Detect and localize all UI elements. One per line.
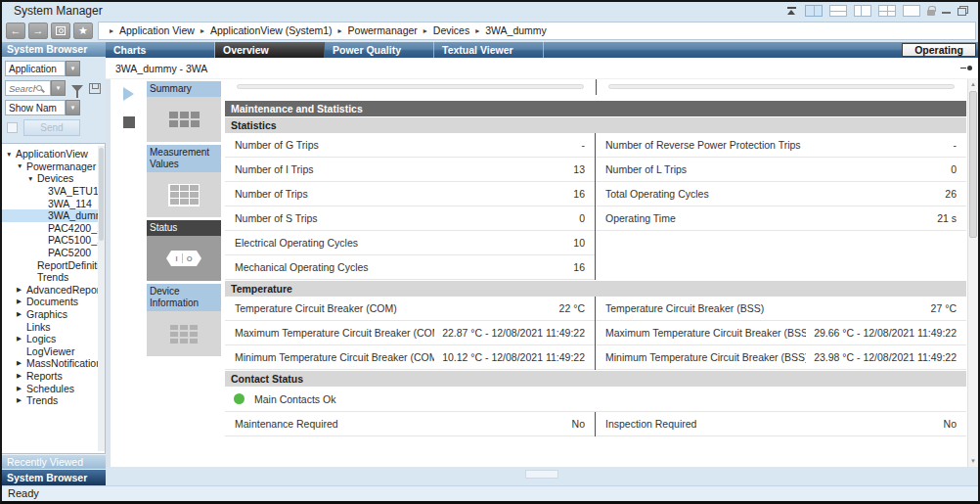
right-column-scrollbar[interactable] xyxy=(597,79,967,95)
tab-charts[interactable]: Charts xyxy=(106,42,215,58)
content-scrollbar[interactable]: ▲ ▼ xyxy=(967,79,978,467)
widget-item-status[interactable]: StatusIO xyxy=(147,220,221,281)
display-mode-selector[interactable]: Show Nam xyxy=(5,100,66,115)
tree-item-trends[interactable]: Trends xyxy=(2,271,98,284)
layout-pane-left-icon[interactable] xyxy=(854,5,871,17)
send-checkbox[interactable] xyxy=(7,122,18,133)
breadcrumb-item-powermanager[interactable]: Powermanager xyxy=(348,24,418,36)
pin-icon[interactable] xyxy=(958,65,972,72)
tree-item-label: Powermanager xyxy=(26,160,96,172)
tab-textual-viewer[interactable]: Textual Viewer xyxy=(434,42,544,58)
tab-power-quality[interactable]: Power Quality xyxy=(325,42,434,58)
layout-single-icon[interactable] xyxy=(903,5,920,17)
filter-icon[interactable] xyxy=(71,85,83,92)
tree-item-reports[interactable]: ▶Reports xyxy=(2,370,98,383)
tree-expander-icon[interactable]: ▶ xyxy=(17,335,26,343)
tree-scrollbar-thumb[interactable] xyxy=(99,148,104,241)
tree-item-pac4200-1[interactable]: PAC4200_1 xyxy=(2,222,98,235)
tree-item-massnotification[interactable]: ▶MassNotification xyxy=(2,357,98,370)
tree-scrollbar[interactable] xyxy=(98,146,105,451)
breadcrumb-item-devices[interactable]: Devices xyxy=(433,24,469,36)
history-button[interactable] xyxy=(51,23,70,39)
restore-icon[interactable] xyxy=(958,6,968,16)
tree-expander-icon[interactable]: ▶ xyxy=(17,372,26,380)
breadcrumb-item-3wa-dummy[interactable]: 3WA_dummy xyxy=(485,24,547,36)
favorites-button[interactable]: ★ xyxy=(73,23,93,39)
sidebar-footer-recently-viewed[interactable]: Recently Viewed xyxy=(2,454,106,469)
tree-item-pac5200[interactable]: PAC5200 xyxy=(2,247,98,259)
star-icon: ★ xyxy=(78,25,88,36)
view-selector-arrow-icon[interactable]: ▼ xyxy=(66,61,80,76)
content-scrollbar-thumb[interactable] xyxy=(969,91,977,238)
tree-item-advancedreporting[interactable]: ▶AdvancedReporting xyxy=(2,284,98,297)
widget-item-device-information[interactable]: Device Information xyxy=(147,284,221,356)
data-row: Minimum Temperature Circuit Breaker (BSS… xyxy=(596,345,966,370)
tree-item-devices[interactable]: ▼Devices xyxy=(2,172,98,185)
tree-expander-icon[interactable]: ▼ xyxy=(6,151,16,158)
sidebar-footer-system-browser[interactable]: System Browser xyxy=(2,469,106,485)
tree-item-trends[interactable]: ▶Trends xyxy=(2,394,98,407)
left-scrollbar-thumb[interactable] xyxy=(237,84,584,89)
tree-item-3va-etu1[interactable]: 3VA_ETU1 xyxy=(2,185,98,198)
display-mode-arrow-icon[interactable]: ▼ xyxy=(66,100,80,115)
tree-item-label: Schedules xyxy=(26,383,74,394)
row-label: Number of G Trips xyxy=(235,139,319,151)
operating-mode-button[interactable]: Operating xyxy=(902,43,976,57)
tree-item-schedules[interactable]: ▶Schedules xyxy=(2,382,98,394)
group-right-column: Inspection RequiredNo xyxy=(596,412,966,436)
breadcrumb-item-application-view[interactable]: Application View xyxy=(119,24,195,36)
tree-expander-icon[interactable]: ▶ xyxy=(17,286,26,294)
tab-overview[interactable]: Overview xyxy=(215,42,325,58)
right-scrollbar-thumb[interactable] xyxy=(608,84,956,89)
tree-item-powermanager[interactable]: ▼Powermanager xyxy=(2,160,98,173)
tree-expander-icon[interactable]: ▼ xyxy=(27,175,37,182)
tree-item-3wa-114[interactable]: 3WA_114 xyxy=(2,197,98,209)
lock-icon[interactable] xyxy=(927,10,935,16)
detail-panel: Maintenance and Statistics StatisticsNum… xyxy=(225,79,978,467)
tree-item-applicationview[interactable]: ▼ApplicationView xyxy=(2,148,98,160)
scroll-up-icon[interactable]: ▲ xyxy=(968,79,978,90)
tree-item-links[interactable]: Links xyxy=(2,320,98,333)
tree-expander-icon[interactable]: ▶ xyxy=(17,310,26,318)
tree-item-reportdefinition[interactable]: ReportDefinition xyxy=(2,258,98,271)
layout-split-vertical-icon[interactable] xyxy=(805,5,823,17)
search-options-arrow-icon[interactable]: ▼ xyxy=(51,80,66,96)
back-button[interactable]: ← xyxy=(6,23,25,39)
tree-expander-icon[interactable]: ▼ xyxy=(17,162,26,169)
tree-expander-icon[interactable]: ▶ xyxy=(17,385,26,392)
tree-item-documents[interactable]: ▶Documents xyxy=(2,296,98,308)
forward-button[interactable]: → xyxy=(28,23,48,39)
layout-quad-icon[interactable] xyxy=(878,5,896,17)
tree-item-label: Reports xyxy=(26,370,63,382)
send-button[interactable]: Send xyxy=(23,119,80,136)
search-input[interactable] xyxy=(9,83,36,94)
status-text: Ready xyxy=(8,487,39,499)
group-temperature: TemperatureTemperature Circuit Breaker (… xyxy=(225,281,966,370)
row-value: No xyxy=(572,418,585,430)
row-value: 23.98 °C - 12/08/2021 11:49:22 xyxy=(814,351,957,363)
tree-item-logics[interactable]: ▶Logics xyxy=(2,333,98,345)
collapse-top-icon[interactable] xyxy=(786,6,798,16)
tree-expander-icon[interactable]: ▶ xyxy=(17,298,26,305)
tree-item-logviewer[interactable]: LogViewer xyxy=(2,345,98,358)
tree-item-pac5100-1[interactable]: PAC5100_1 xyxy=(2,234,98,247)
save-filter-icon[interactable] xyxy=(89,83,101,94)
tree-item-graphics[interactable]: ▶Graphics xyxy=(2,308,98,321)
scroll-down-icon[interactable]: ▼ xyxy=(968,456,978,467)
row-value: 27 °C xyxy=(931,302,957,314)
widget-item-summary[interactable]: Summary xyxy=(147,81,221,142)
stop-icon[interactable] xyxy=(123,116,135,128)
tree-expander-icon[interactable]: ▶ xyxy=(17,396,26,404)
breadcrumb-item-applicationview-system1-[interactable]: ApplicationView (System1) xyxy=(210,24,333,36)
minimize-icon[interactable] xyxy=(942,6,951,16)
search-box[interactable] xyxy=(5,80,51,96)
widget-item-measurement-values[interactable]: Measurement Values xyxy=(147,145,221,217)
tree-expander-icon[interactable]: ▶ xyxy=(17,359,26,367)
layout-split-horizontal-icon[interactable] xyxy=(829,5,847,17)
system-browser-panel: System Browser Application ▼ ▼ Show Nam … xyxy=(2,42,106,485)
horizontal-scrollbar-thumb[interactable] xyxy=(525,470,558,479)
play-icon[interactable] xyxy=(123,87,134,101)
left-column-scrollbar[interactable] xyxy=(225,79,597,95)
tree-item-3wa-dummy[interactable]: 3WA_dummy xyxy=(2,209,98,222)
view-selector[interactable]: Application xyxy=(5,61,66,76)
